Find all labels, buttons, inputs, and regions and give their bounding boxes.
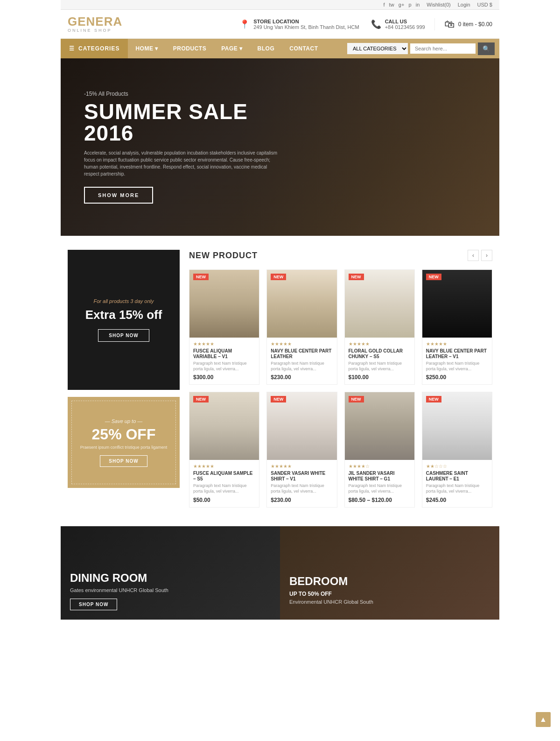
product-badge: NEW bbox=[426, 274, 441, 280]
products-header: NEW PRODUCT ‹ › bbox=[189, 250, 492, 261]
banners-section: DINING ROOM Gates environmental UNHCR Gl… bbox=[61, 526, 499, 620]
product-name: FUSCE ALIQUAM SAMPLE – S5 bbox=[193, 471, 255, 482]
product-stars: ★★★★★ bbox=[271, 341, 333, 346]
products-sidebar: For all products 3 day only Extra 15% of… bbox=[68, 250, 180, 508]
store-address: 249 Ung Van Khiem St, Binh Thanh Dist, H… bbox=[253, 24, 359, 30]
product-stars: ★★★★★ bbox=[271, 464, 333, 469]
promo-banner-2: — Save up to — 25% OFF Praesent ipsum co… bbox=[68, 397, 180, 488]
prev-arrow[interactable]: ‹ bbox=[468, 250, 479, 261]
store-location: 📍 STORE LOCATION 249 Ung Van Khiem St, B… bbox=[239, 19, 359, 30]
hero-button[interactable]: SHOW MORE bbox=[84, 187, 153, 204]
cart-text: 0 item - $0.00 bbox=[458, 21, 492, 28]
nav-home[interactable]: HOME ▾ bbox=[128, 39, 165, 58]
next-arrow[interactable]: › bbox=[481, 250, 492, 261]
categories-menu[interactable]: ☰ CATEGORIES bbox=[61, 39, 128, 58]
product-image: NEW bbox=[189, 270, 259, 338]
product-card[interactable]: NEW ★★★★☆ JIL SANDER VASARI WHITE SHIRT … bbox=[344, 392, 415, 507]
hero-discount: -15% All Products bbox=[84, 91, 280, 97]
product-image: NEW bbox=[189, 392, 259, 460]
product-card[interactable]: NEW ★★☆☆☆ CASHMERE SAINT LAURENT – E1 Pa… bbox=[422, 392, 492, 507]
product-image: NEW bbox=[267, 392, 336, 460]
call-number: +84 0123456 999 bbox=[385, 24, 425, 30]
product-price: $245.00 bbox=[426, 497, 488, 503]
product-info: ★★★★☆ JIL SANDER VASARI WHITE SHIRT – G1… bbox=[345, 460, 414, 507]
product-info: ★★★★★ SANDER VASARI WHITE SHIRT – V1 Par… bbox=[267, 460, 336, 507]
dining-room-banner: DINING ROOM Gates environmental UNHCR Gl… bbox=[61, 526, 280, 620]
product-desc: Paragraph text Nam tristique porta ligul… bbox=[349, 361, 411, 372]
product-name: JIL SANDER VASARI WHITE SHIRT – G1 bbox=[349, 471, 411, 482]
product-card[interactable]: NEW ★★★★★ NAVY BLUE CENTER PART LEATHER … bbox=[266, 269, 337, 385]
wishlist-link[interactable]: Wishlist(0) bbox=[427, 2, 450, 7]
product-desc: Paragraph text Nam tristique porta ligul… bbox=[426, 361, 488, 372]
nav-blog[interactable]: BLOG bbox=[250, 39, 282, 58]
currency-selector[interactable]: USD $ bbox=[477, 2, 492, 7]
login-link[interactable]: Login bbox=[458, 2, 470, 7]
logo-sub: ONLINE SHOP bbox=[68, 28, 122, 33]
product-badge: NEW bbox=[271, 396, 286, 402]
promo1-title: Extra 15% off bbox=[85, 308, 162, 322]
category-filter[interactable]: ALL CATEGORIES bbox=[347, 43, 408, 54]
nav-products[interactable]: PRODUCTS bbox=[166, 39, 214, 58]
product-image: NEW bbox=[422, 270, 492, 338]
cart-area[interactable]: 🛍 0 item - $0.00 bbox=[434, 18, 492, 30]
product-price: $230.00 bbox=[271, 497, 333, 503]
call-label: CALL US bbox=[385, 19, 425, 24]
menu-icon: ☰ bbox=[69, 45, 75, 52]
header: GENERA ONLINE SHOP 📍 STORE LOCATION 249 … bbox=[61, 10, 499, 39]
logo-main: GENERA bbox=[68, 15, 122, 28]
product-stars: ★★☆☆☆ bbox=[426, 464, 488, 469]
bedroom-banner: BEDROOM UP TO 50% OFF Environmental UNHC… bbox=[280, 526, 499, 620]
product-card[interactable]: NEW ★★★★★ FUSCE ALIQUAM VARIABLE – V1 Pa… bbox=[189, 269, 259, 385]
search-area: ALL CATEGORIES 🔍 bbox=[347, 42, 495, 55]
promo2-button[interactable]: SHOP NOW bbox=[100, 455, 147, 467]
promo1-button[interactable]: SHOP NOW bbox=[98, 329, 149, 342]
hero-description: Accelerate, social analysis, vulnerable … bbox=[84, 149, 280, 177]
product-badge: NEW bbox=[349, 396, 364, 402]
nav-contact[interactable]: CONTACT bbox=[282, 39, 325, 58]
search-button[interactable]: 🔍 bbox=[478, 42, 495, 55]
nav-right: ALL CATEGORIES 🔍 bbox=[347, 39, 499, 58]
hero-content: -15% All Products SUMMER SALE 2016 Accel… bbox=[61, 72, 303, 222]
navigation: ☰ CATEGORIES HOME ▾ PRODUCTS PAGE ▾ BLOG… bbox=[61, 39, 499, 58]
nav-page[interactable]: PAGE ▾ bbox=[214, 39, 250, 58]
call-us: 📞 CALL US +84 0123456 999 bbox=[371, 19, 425, 30]
product-card[interactable]: NEW ★★★★★ SANDER VASARI WHITE SHIRT – V1… bbox=[266, 392, 337, 507]
promo2-title: 25% OFF bbox=[92, 426, 156, 443]
product-price: $250.00 bbox=[426, 374, 488, 381]
social-icons: f tw g+ p in bbox=[383, 2, 420, 7]
product-badge: NEW bbox=[193, 396, 209, 402]
product-card[interactable]: NEW ★★★★★ FLORAL GOLD COLLAR CHUNKY – S5… bbox=[344, 269, 415, 385]
product-card[interactable]: NEW ★★★★★ NAVY BLUE CENTER PART LEATHER … bbox=[422, 269, 492, 385]
product-image: NEW bbox=[345, 270, 414, 338]
product-badge: NEW bbox=[271, 274, 286, 280]
products-section: For all products 3 day only Extra 15% of… bbox=[61, 236, 499, 522]
product-desc: Paragraph text Nam tristique porta ligul… bbox=[349, 483, 411, 494]
product-stars: ★★★★☆ bbox=[349, 464, 411, 469]
navigation-arrows: ‹ › bbox=[468, 250, 492, 261]
hero-title: SUMMER SALE 2016 bbox=[84, 101, 280, 144]
promo2-desc: Praesent ipsum conflict tristique porta … bbox=[80, 445, 168, 450]
product-price: $50.00 bbox=[193, 497, 255, 503]
product-card[interactable]: NEW ★★★★★ FUSCE ALIQUAM SAMPLE – S5 Para… bbox=[189, 392, 259, 507]
product-desc: Paragraph text Nam tristique porta ligul… bbox=[271, 361, 333, 372]
product-badge: NEW bbox=[426, 396, 441, 402]
products-main: NEW PRODUCT ‹ › NEW ★★★★★ FUSCE ALIQUAM … bbox=[189, 250, 492, 508]
product-name: CASHMERE SAINT LAURENT – E1 bbox=[426, 471, 488, 482]
bedroom-subtitle: Environmental UNHCR Global South bbox=[289, 599, 373, 605]
product-info: ★★★★★ NAVY BLUE CENTER PART LEATHER – V1… bbox=[422, 338, 492, 384]
header-info: 📍 STORE LOCATION 249 Ung Van Khiem St, B… bbox=[239, 19, 425, 30]
promo-banner-1: For all products 3 day only Extra 15% of… bbox=[68, 250, 180, 390]
logo[interactable]: GENERA ONLINE SHOP bbox=[68, 15, 122, 33]
promo1-subtitle: For all products 3 day only bbox=[93, 298, 154, 304]
dining-button[interactable]: SHOP NOW bbox=[70, 599, 117, 610]
product-price: $300.00 bbox=[193, 374, 255, 381]
product-badge: NEW bbox=[349, 274, 364, 280]
dining-subtitle: Gates environmental UNHCR Global South bbox=[70, 587, 168, 593]
product-info: ★★★★★ FUSCE ALIQUAM VARIABLE – V1 Paragr… bbox=[189, 338, 259, 384]
search-input[interactable] bbox=[410, 43, 476, 54]
product-info: ★★☆☆☆ CASHMERE SAINT LAURENT – E1 Paragr… bbox=[422, 460, 492, 507]
bedroom-title: BEDROOM bbox=[289, 575, 373, 588]
products-title: NEW PRODUCT bbox=[189, 251, 258, 261]
top-bar: f tw g+ p in Wishlist(0) Login USD $ bbox=[61, 0, 499, 10]
product-name: SANDER VASARI WHITE SHIRT – V1 bbox=[271, 471, 333, 482]
